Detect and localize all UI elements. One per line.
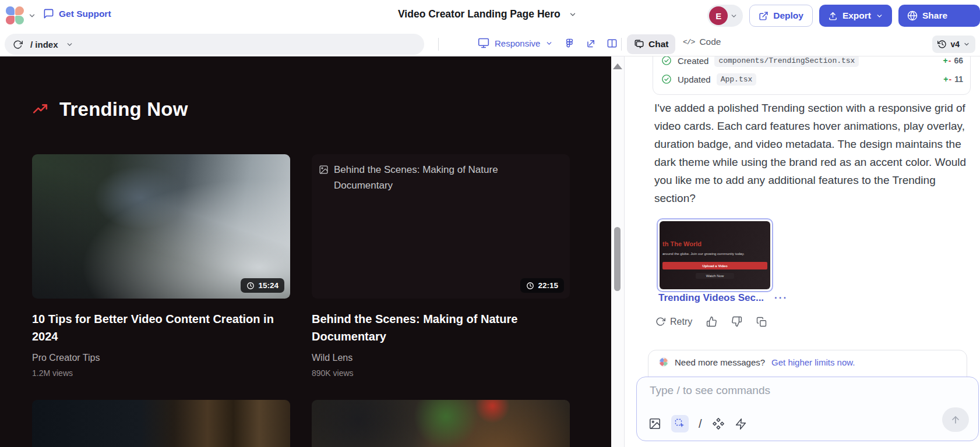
thumbs-up-icon[interactable] [706, 316, 717, 327]
chat-input[interactable] [650, 384, 906, 397]
figma-logo-icon [659, 357, 668, 367]
upload-icon [828, 11, 838, 21]
video-thumbnail[interactable]: Behind the Scenes: Making of Nature Docu… [312, 154, 570, 299]
share-label: Share [922, 10, 947, 21]
chat-tab-label: Chat [648, 39, 668, 49]
globe-icon [907, 10, 918, 21]
upgrade-link[interactable]: Get higher limits now. [771, 357, 855, 367]
component-attachment-thumbnail[interactable]: th The World around the globe. Join our … [657, 218, 773, 292]
thumbs-down-icon[interactable] [731, 316, 742, 327]
clock-icon [246, 282, 255, 290]
figma-icon[interactable] [564, 38, 575, 49]
device-mode-label: Responsive [495, 38, 540, 48]
route-chevron-icon[interactable] [66, 41, 73, 48]
device-chevron-icon [545, 40, 553, 47]
chat-panel: Created components/TrendingSection.tsx +… [625, 56, 980, 447]
route-path: / index [30, 40, 58, 49]
file-name-chip[interactable]: App.tsx [717, 73, 757, 86]
toolbar-divider [621, 38, 622, 51]
file-action: Created [678, 56, 708, 66]
export-chevron-icon [876, 12, 883, 20]
diff-added: + [943, 56, 948, 65]
video-channel: Pro Creator Tips [32, 353, 290, 363]
duration-label: 15:24 [258, 281, 279, 290]
history-icon [937, 40, 947, 49]
slash-command-icon[interactable]: / [699, 417, 702, 431]
mini-primary-button: Upload a Video [662, 262, 767, 269]
version-history-button[interactable]: v4 [932, 36, 975, 53]
video-title[interactable]: 10 Tips for Better Video Content Creatio… [32, 310, 277, 345]
tab-chat[interactable]: Chat [627, 34, 675, 54]
duration-badge: 15:24 [241, 278, 284, 293]
refresh-icon[interactable] [13, 40, 23, 49]
diff-count: 66 [954, 56, 963, 65]
video-views: 890K views [312, 368, 570, 378]
preview-toolbar: / index Responsive [0, 32, 980, 56]
video-card[interactable]: Behind the Scenes: Making of Nature Docu… [312, 154, 570, 378]
scrollbar-thumb[interactable] [614, 227, 621, 291]
export-button[interactable]: Export [819, 5, 892, 27]
trending-up-icon [31, 102, 50, 117]
code-icon: </> [683, 38, 695, 47]
components-icon[interactable] [712, 417, 725, 430]
video-card[interactable] [32, 400, 290, 447]
external-link-icon [759, 11, 769, 21]
retry-button[interactable]: Retry [655, 317, 692, 327]
deploy-button[interactable]: Deploy [749, 5, 813, 27]
video-card[interactable]: 15:24 10 Tips for Better Video Content C… [32, 154, 290, 378]
quick-actions-bolt-icon[interactable] [735, 418, 747, 430]
app-logo-icon[interactable] [6, 6, 24, 25]
export-label: Export [842, 10, 871, 21]
version-label: v4 [950, 40, 960, 49]
check-circle-icon [661, 74, 672, 84]
chat-composer[interactable]: / [636, 377, 979, 441]
duration-badge: 22:15 [520, 278, 564, 293]
page-title: Video Creator Landing Page Hero [398, 8, 560, 20]
tab-code[interactable]: </> Code [683, 37, 721, 47]
clock-icon [526, 282, 534, 290]
banner-text: Need more messages? [675, 357, 765, 367]
retry-icon [655, 317, 665, 327]
attachment-title[interactable]: Trending Videos Sec... [658, 292, 764, 304]
video-thumbnail[interactable]: 15:24 [32, 154, 290, 299]
mini-tagline: around the globe. Join our growing commu… [662, 252, 745, 256]
avatar: E [709, 6, 728, 25]
account-menu[interactable]: E [707, 5, 743, 27]
diff-stats: + - 11 [943, 74, 963, 84]
video-thumbnail[interactable] [32, 400, 290, 447]
video-thumbnail[interactable] [312, 400, 570, 447]
attach-image-icon[interactable] [648, 417, 661, 430]
alt-text: Behind the Scenes: Making of Nature Docu… [334, 162, 526, 193]
app-window: Get Support Video Creator Landing Page H… [0, 0, 980, 447]
get-support-link[interactable]: Get Support [43, 8, 111, 19]
panel-divider [624, 56, 625, 447]
split-view-icon[interactable] [607, 38, 618, 49]
header-actions: E Deploy Export [707, 5, 980, 27]
file-action: Updated [678, 74, 711, 84]
attachment-menu-dots[interactable]: ··· [774, 292, 788, 304]
version-chevron-icon [963, 41, 970, 48]
project-title-menu[interactable]: Video Creator Landing Page Hero [398, 8, 577, 20]
trending-section-header: Trending Now [31, 98, 188, 120]
device-mode-select[interactable]: Responsive [478, 37, 553, 49]
video-card[interactable] [312, 400, 570, 447]
share-button[interactable]: Share [898, 5, 980, 27]
video-views: 1.2M views [32, 368, 290, 378]
check-circle-icon [661, 55, 672, 66]
mini-headline: th The World [662, 240, 701, 247]
open-in-new-icon[interactable] [586, 38, 597, 49]
file-change-row: Updated App.tsx + - 11 [661, 72, 963, 86]
preview-scrollbar[interactable] [611, 56, 624, 447]
duration-label: 22:15 [538, 281, 558, 290]
select-element-tool-icon[interactable] [671, 415, 689, 432]
video-title[interactable]: Behind the Scenes: Making of Nature Docu… [312, 310, 556, 345]
attachment-mini-preview: th The World around the globe. Join our … [660, 221, 770, 289]
url-bar[interactable]: / index [5, 34, 424, 55]
title-chevron-icon [569, 10, 577, 19]
send-button[interactable] [942, 407, 969, 432]
copy-icon[interactable] [756, 317, 767, 327]
logo-menu-chevron-icon[interactable] [28, 12, 36, 20]
scroll-up-arrow[interactable] [613, 63, 622, 69]
deploy-label: Deploy [773, 10, 803, 21]
broken-image-icon [319, 162, 329, 193]
